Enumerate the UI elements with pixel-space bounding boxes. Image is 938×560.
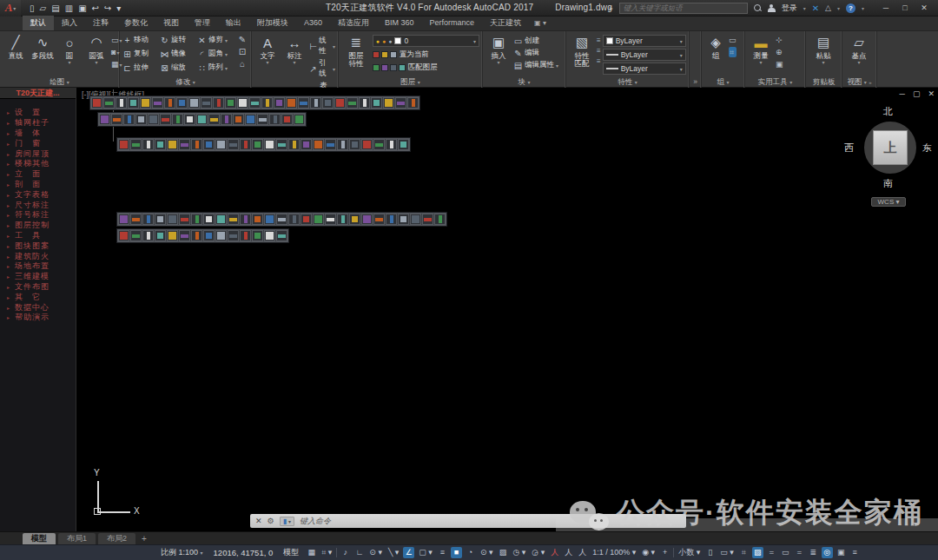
- toolbar-icon[interactable]: [103, 97, 115, 109]
- modify-tool-button[interactable]: + 移动: [122, 33, 159, 47]
- toolbar-icon[interactable]: [91, 97, 102, 109]
- toolbar-icon[interactable]: [301, 214, 312, 225]
- modify-tool-button[interactable]: ◜ 圆角 ▾: [197, 47, 235, 61]
- toolbar-icon[interactable]: [179, 214, 190, 225]
- maximize-viewport-icon[interactable]: ▣: [836, 547, 847, 558]
- modify-tool-button[interactable]: ⊠ 缩放: [160, 61, 196, 75]
- panel-label-block[interactable]: 块 ▾: [483, 76, 565, 88]
- layer-properties-button[interactable]: ≣ 图层 特性: [341, 33, 371, 76]
- isodraft-icon[interactable]: ╲ ▾: [386, 547, 400, 558]
- toolbar-icon[interactable]: [228, 139, 239, 150]
- floating-toolbar[interactable]: [97, 112, 307, 127]
- id-point-button[interactable]: ▣: [776, 59, 783, 69]
- workspace-switching-icon[interactable]: ◉ ▾: [640, 547, 657, 558]
- linetype-dropdown[interactable]: ByLayer ▾: [603, 63, 686, 75]
- ribbon-tab-天正建筑[interactable]: 天正建筑: [482, 16, 529, 30]
- measure-button[interactable]: ▬ 测量 ▾: [748, 33, 774, 76]
- screen-menu-item[interactable]: ▸ 文字表格: [0, 189, 76, 200]
- toolbar-icon[interactable]: [160, 114, 171, 125]
- lineweight-icon[interactable]: ≡: [437, 547, 448, 558]
- toolbar-icon[interactable]: [398, 214, 409, 225]
- draw-tool-button[interactable]: ○ 圆 ▾: [56, 33, 83, 76]
- screen-menu-item[interactable]: ▸ 尺寸标注: [0, 200, 76, 210]
- toolbar-icon[interactable]: [130, 139, 142, 150]
- ribbon-tab-视图[interactable]: 视图: [155, 16, 187, 30]
- toolbar-icon[interactable]: [142, 214, 154, 225]
- ribbon-tab-管理[interactable]: 管理: [187, 16, 218, 30]
- toolbar-icon[interactable]: [395, 97, 406, 109]
- panel-label-draw[interactable]: 绘图 ▾: [0, 76, 119, 88]
- modify-mini-button[interactable]: ⊡: [237, 47, 248, 57]
- list-icon[interactable]: ≡: [597, 36, 601, 44]
- units-clock-icon[interactable]: ◶ ▾: [530, 547, 546, 558]
- list-lines-icon[interactable]: ≣: [808, 547, 819, 558]
- toolbar-icon[interactable]: [410, 214, 421, 225]
- toolbar-icon[interactable]: [313, 139, 324, 150]
- ribbon-tab-输出[interactable]: 输出: [218, 16, 249, 30]
- toolbar-icon[interactable]: [240, 139, 251, 150]
- floating-toolbar[interactable]: [116, 212, 447, 227]
- snap-mode-icon[interactable]: ⌗ ▾: [320, 547, 334, 558]
- modify-tool-button[interactable]: ✕ 修剪 ▾: [197, 33, 235, 47]
- toolbar-icon[interactable]: [225, 97, 236, 109]
- selection-cycling-icon[interactable]: ◔: [465, 547, 476, 558]
- floating-toolbar[interactable]: [116, 137, 411, 152]
- help-caret-icon[interactable]: ▾: [862, 5, 864, 11]
- screen-menu-item[interactable]: ▸ 建筑防火: [0, 251, 76, 261]
- toolbar-icon[interactable]: [252, 230, 263, 241]
- toolbar-icon[interactable]: [155, 230, 166, 241]
- screen-menu-item[interactable]: ▸ 设 置: [0, 108, 76, 118]
- osnap-tracking-icon[interactable]: ∠: [403, 547, 414, 558]
- toolbar-icon[interactable]: [274, 97, 285, 109]
- toolbar-icon[interactable]: [407, 97, 419, 109]
- ribbon-tab-注释[interactable]: 注释: [85, 16, 116, 30]
- transparency-icon[interactable]: ■: [451, 547, 462, 558]
- toolbar-icon[interactable]: [347, 97, 358, 109]
- search-nav-icon[interactable]: ▸: [610, 4, 613, 12]
- panel-label-clipboard[interactable]: 剪贴板: [806, 76, 842, 88]
- toolbar-icon[interactable]: [434, 214, 446, 225]
- toolbar-icon[interactable]: [334, 97, 346, 109]
- toolbar-icon[interactable]: [203, 139, 215, 150]
- screen-menu-item[interactable]: ▸ 帮助演示: [0, 313, 76, 323]
- screen-menu-item[interactable]: ▸ 数据中心: [0, 302, 76, 313]
- wcs-dropdown[interactable]: WCS ▾: [871, 197, 906, 207]
- screen-menu-item[interactable]: ▸ 立 面: [0, 169, 76, 180]
- annotate-small-button[interactable]: ⊢ 线性 ▾: [309, 36, 335, 56]
- annotation-monitor-icon[interactable]: ◷ ▾: [511, 547, 527, 558]
- command-customize-icon[interactable]: ⚙: [268, 517, 274, 525]
- toolbar-icon[interactable]: [118, 214, 129, 225]
- group-edit-button[interactable]: ⌗: [729, 47, 737, 57]
- toolbar-icon[interactable]: [215, 214, 227, 225]
- toolbar-icon[interactable]: [288, 214, 300, 225]
- infer-constraints-icon[interactable]: ♪: [340, 547, 351, 558]
- match-layer-button[interactable]: 匹配图层: [373, 62, 479, 73]
- toolbar-icon[interactable]: [203, 214, 215, 225]
- toolbar-icon[interactable]: [142, 230, 154, 241]
- scale-dropdown[interactable]: 比例 1:100 ▾: [161, 547, 203, 558]
- drawing-minimize-button[interactable]: ─: [900, 89, 905, 98]
- panel-label-modify[interactable]: 修改 ▾: [120, 76, 251, 88]
- block-small-button[interactable]: ▤ 编辑属性 ▾: [513, 60, 558, 70]
- annotation-add-icon[interactable]: +: [659, 547, 670, 558]
- toolbar-icon[interactable]: [188, 97, 200, 109]
- toolbar-icon[interactable]: [215, 230, 227, 241]
- ungroup-button[interactable]: ▭: [729, 35, 737, 45]
- toolbar-icon[interactable]: [249, 97, 261, 109]
- toolbar-icon[interactable]: [310, 97, 321, 109]
- toolbar-icon[interactable]: [276, 214, 287, 225]
- toolbar-icon[interactable]: [123, 114, 135, 125]
- toolbar-icon[interactable]: [142, 139, 154, 150]
- toolbar-icon[interactable]: [301, 139, 312, 150]
- annotation-scale-button[interactable]: 1:1 / 100% ▾: [591, 547, 637, 558]
- toolbar-icon[interactable]: [228, 214, 239, 225]
- toolbar-icon[interactable]: [313, 214, 324, 225]
- screen-menu-item[interactable]: ▸ 楼梯其他: [0, 159, 76, 169]
- screen-menu-item[interactable]: ▸ 剖 面: [0, 180, 76, 190]
- modify-tool-button[interactable]: ⊏ 拉伸: [122, 61, 159, 75]
- viewcube-south-label[interactable]: 南: [883, 177, 893, 190]
- signin-caret-icon[interactable]: ▾: [803, 5, 806, 11]
- toolbar-icon[interactable]: [245, 114, 256, 125]
- toolbar-icon[interactable]: [191, 214, 202, 225]
- screen-menu-item[interactable]: ▸ 图层控制: [0, 221, 76, 231]
